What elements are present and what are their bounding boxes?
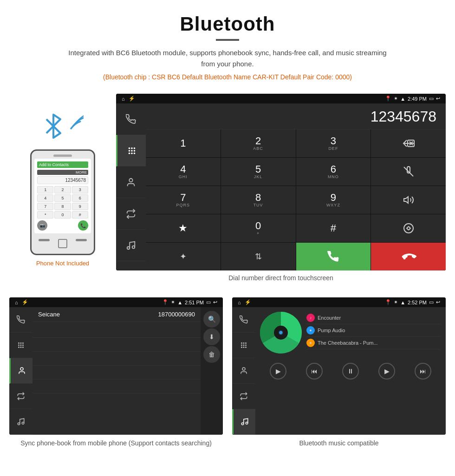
playlist-item-3[interactable]: ● The Cheebacabra - Pum... [306, 337, 441, 349]
pb-back-icon: ↩ [213, 299, 217, 305]
music-next-btn[interactable]: ▶ [378, 363, 395, 380]
sidebar-dialpad-item[interactable] [116, 135, 146, 167]
music-sidebar-dialpad[interactable] [232, 333, 255, 358]
pb-sidebar-music[interactable] [9, 409, 32, 435]
pb-sidebar-dialpad[interactable] [9, 333, 32, 358]
svg-point-23 [20, 345, 22, 346]
signal-icon: ▲ [400, 96, 405, 102]
phone-home-btn[interactable] [58, 239, 67, 248]
svg-point-30 [22, 422, 24, 425]
phonebook-sidebar [9, 307, 32, 435]
svg-point-6 [128, 152, 130, 154]
pb-empty-row-2 [32, 338, 201, 352]
phone-number: MORE [37, 170, 88, 175]
music-sidebar-contacts[interactable] [232, 358, 255, 384]
phone-key-3[interactable]: 3 [72, 186, 88, 193]
pb-sidebar-contacts[interactable] [9, 358, 32, 384]
phone-key-9[interactable]: 9 [72, 203, 88, 210]
dial-key-1[interactable]: 1 [146, 129, 221, 157]
pb-sidebar-transfer[interactable] [9, 384, 32, 409]
music-playlist: ♪ Encounter ● Pump Audio ● The Cheebacab… [306, 312, 441, 354]
svg-point-24 [22, 345, 24, 346]
music-back-icon: ↩ [436, 299, 440, 305]
car-dial-screen: ⌂ ⚡ 📍 ✴ ▲ 2:49 PM ▭ ↩ [116, 94, 446, 270]
phone-key-6[interactable]: 6 [72, 194, 88, 202]
playlist-item-2[interactable]: ● Pump Audio [306, 324, 441, 337]
phone-key-hash[interactable]: # [72, 211, 88, 219]
sidebar-phone-item[interactable] [116, 103, 146, 135]
sidebar-transfer-item[interactable] [116, 198, 146, 230]
dial-key-backspace[interactable] [371, 129, 446, 157]
pb-empty-row-5 [32, 380, 201, 393]
phone-key-7[interactable]: 7 [37, 203, 53, 210]
phone-key-0[interactable]: 0 [54, 211, 71, 219]
phone-back-btn[interactable] [39, 239, 50, 241]
dial-key-mute[interactable] [371, 158, 446, 186]
phone-not-included-label: Phone Not Included [36, 260, 89, 267]
dial-key-volume[interactable] [371, 186, 446, 214]
music-prev-btn[interactable]: ⏮ [306, 363, 323, 380]
dial-key-8[interactable]: 8TUV [221, 186, 296, 214]
music-status-left: ⌂ ⚡ [238, 299, 251, 305]
svg-point-21 [22, 342, 24, 344]
pb-bt-icon: ✴ [171, 299, 175, 305]
svg-point-3 [128, 150, 130, 152]
dial-screen-caption: Dial number direct from touchscreen [116, 274, 446, 282]
dial-key-hash[interactable]: # [296, 214, 371, 242]
phone-key-star[interactable]: * [37, 211, 53, 219]
dial-key-transfer[interactable]: ✦ [146, 243, 221, 270]
music-controls: ▶ ⏮ ⏸ ▶ ⏭ [260, 359, 441, 383]
svg-point-40 [242, 367, 245, 370]
phone-call-btn[interactable]: 📞 [78, 220, 88, 231]
phone-key-5[interactable]: 5 [54, 194, 71, 202]
phone-key-2[interactable]: 2 [54, 186, 71, 193]
music-sidebar-music[interactable] [232, 409, 255, 435]
sidebar-music-item[interactable] [116, 230, 146, 261]
usb-icon: ⚡ [129, 96, 135, 102]
music-play-btn[interactable]: ▶ [270, 363, 286, 380]
music-home-icon: ⌂ [238, 300, 241, 305]
dial-key-6[interactable]: 6MNO [296, 158, 371, 186]
dial-key-call[interactable] [296, 243, 371, 270]
dial-key-end[interactable] [371, 243, 446, 270]
playlist-item-1[interactable]: ♪ Encounter [306, 312, 441, 324]
dial-key-star[interactable]: ★ [146, 214, 221, 242]
page-header: Bluetooth Integrated with BC6 Bluetooth … [0, 0, 455, 94]
music-pause-btn[interactable]: ⏸ [342, 363, 359, 380]
home-icon: ⌂ [122, 96, 125, 102]
dial-key-3[interactable]: 3DEF [296, 129, 371, 157]
phone-key-4[interactable]: 4 [37, 194, 53, 202]
dial-key-hold[interactable]: ⇅ [221, 243, 296, 270]
dial-key-2[interactable]: 2ABC [221, 129, 296, 157]
pb-search-btn[interactable]: 🔍 [203, 311, 220, 328]
svg-point-19 [18, 342, 20, 344]
music-sidebar-phone[interactable] [232, 307, 255, 333]
phonebook-item: ⌂ ⚡ 📍 ✴ ▲ 2:51 PM ▭ ↩ [9, 297, 223, 448]
svg-point-42 [246, 422, 248, 425]
contact-number: 18700000690 [158, 311, 195, 318]
dial-key-0[interactable]: 0+ [221, 214, 296, 242]
dial-key-5[interactable]: 5JKL [221, 158, 296, 186]
pb-sidebar-phone[interactable] [9, 307, 32, 333]
dial-key-4[interactable]: 4GHI [146, 158, 221, 186]
pb-status-time: 2:51 PM [185, 300, 204, 305]
pb-download-btn[interactable]: ⬇ [203, 328, 220, 345]
pb-delete-btn[interactable]: 🗑 [203, 346, 220, 363]
bluetooth-music-icon: ✹ [278, 329, 284, 336]
phone-video-btn[interactable]: 📷 [37, 220, 47, 231]
dial-key-swap[interactable] [371, 214, 446, 242]
dial-key-7[interactable]: 7PQRS [146, 186, 221, 214]
phone-key-8[interactable]: 8 [54, 203, 71, 210]
svg-point-5 [133, 150, 135, 152]
music-sidebar-transfer[interactable] [232, 384, 255, 409]
phone-menu-btn[interactable] [76, 239, 87, 241]
sidebar-contacts-item[interactable] [116, 167, 146, 198]
pb-signal-icon: ▲ [177, 300, 182, 305]
music-usb-icon: ⚡ [245, 299, 251, 305]
phone-key-1[interactable]: 1 [37, 186, 53, 193]
music-skip-btn[interactable]: ⏭ [415, 363, 431, 380]
playlist-name-2: Pump Audio [318, 328, 345, 333]
phone-mockup: Add to Contacts MORE 12345678 1 2 3 4 5 … [30, 149, 95, 255]
dial-key-9[interactable]: 9WXYZ [296, 186, 371, 214]
svg-marker-17 [404, 197, 408, 203]
